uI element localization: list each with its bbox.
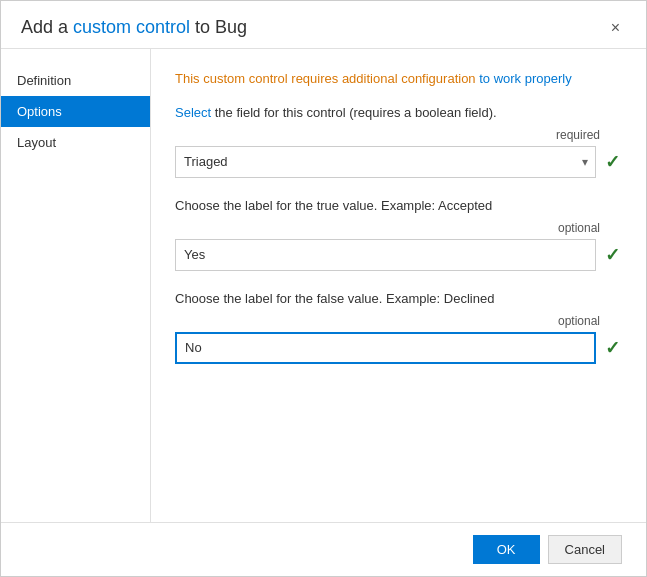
info-blue: to work properly bbox=[476, 71, 572, 86]
sidebar-item-layout[interactable]: Layout bbox=[1, 127, 150, 158]
sidebar-item-options[interactable]: Options bbox=[1, 96, 150, 127]
dialog-header: Add a custom control to Bug × bbox=[1, 1, 646, 49]
true-check-icon: ✓ bbox=[602, 244, 622, 266]
ok-button[interactable]: OK bbox=[473, 535, 540, 564]
sidebar: Definition Options Layout bbox=[1, 49, 151, 522]
dialog-title: Add a custom control to Bug bbox=[21, 17, 247, 38]
optional-label-2: optional bbox=[558, 314, 600, 328]
select-label-rest: the field for this control (requires a b… bbox=[211, 105, 496, 120]
select-check-icon: ✓ bbox=[602, 151, 622, 173]
title-prefix: Add a bbox=[21, 17, 73, 37]
required-row: required bbox=[175, 128, 622, 146]
triaged-select-wrapper: Triaged ▾ bbox=[175, 146, 596, 178]
sidebar-item-definition[interactable]: Definition bbox=[1, 65, 150, 96]
title-highlight: custom control bbox=[73, 17, 190, 37]
select-label-blue: Select bbox=[175, 105, 211, 120]
main-content: This custom control requires additional … bbox=[151, 49, 646, 522]
triaged-select[interactable]: Triaged bbox=[175, 146, 596, 178]
dialog-body: Definition Options Layout This custom co… bbox=[1, 49, 646, 522]
select-field-row: Triaged ▾ ✓ bbox=[175, 146, 622, 178]
false-label-group: Choose the label for the false value. Ex… bbox=[175, 291, 622, 364]
false-label-section: Choose the label for the false value. Ex… bbox=[175, 291, 622, 306]
title-suffix: to Bug bbox=[190, 17, 247, 37]
field-select-group: Select the field for this control (requi… bbox=[175, 105, 622, 178]
false-label-text: Choose the label for the false value. Ex… bbox=[175, 291, 444, 306]
false-value-input[interactable] bbox=[175, 332, 596, 364]
required-label: required bbox=[556, 128, 600, 142]
optional-row-1: optional bbox=[175, 221, 622, 239]
select-field-label: Select the field for this control (requi… bbox=[175, 105, 622, 120]
true-field-row: ✓ bbox=[175, 239, 622, 271]
close-button[interactable]: × bbox=[605, 18, 626, 38]
dialog-footer: OK Cancel bbox=[1, 522, 646, 576]
true-label-section: Choose the label for the true value. Exa… bbox=[175, 198, 622, 213]
true-label-group: Choose the label for the true value. Exa… bbox=[175, 198, 622, 271]
optional-label-1: optional bbox=[558, 221, 600, 235]
true-label-example: Accepted bbox=[438, 198, 492, 213]
false-label-example: Declined bbox=[444, 291, 495, 306]
false-check-icon: ✓ bbox=[602, 337, 622, 359]
dialog: Add a custom control to Bug × Definition… bbox=[0, 0, 647, 577]
cancel-button[interactable]: Cancel bbox=[548, 535, 622, 564]
false-field-row: ✓ bbox=[175, 332, 622, 364]
true-value-input[interactable] bbox=[175, 239, 596, 271]
info-orange: This custom control requires additional … bbox=[175, 71, 476, 86]
info-message: This custom control requires additional … bbox=[175, 69, 622, 89]
true-label-text: Choose the label for the true value. Exa… bbox=[175, 198, 438, 213]
optional-row-2: optional bbox=[175, 314, 622, 332]
